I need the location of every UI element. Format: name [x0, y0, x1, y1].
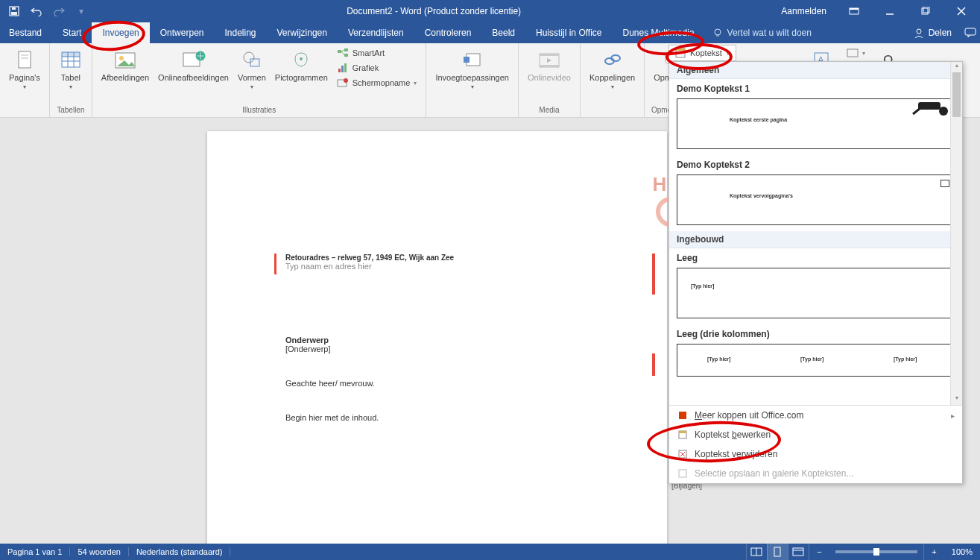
- tab-indeling[interactable]: Indeling: [214, 22, 266, 43]
- svg-rect-4: [850, 8, 859, 10]
- tell-me-search[interactable]: Vertel wat u wilt doen: [705, 22, 819, 43]
- invoegtoepassingen-button[interactable]: Invoegtoepassingen: [432, 46, 511, 92]
- share-label: Delen: [929, 28, 952, 38]
- smartart-label: SmartArt: [353, 48, 385, 57]
- gallery-item-demo2[interactable]: Koptekst vervolgpagina's: [677, 174, 955, 225]
- tab-start[interactable]: Start: [52, 22, 92, 43]
- svg-rect-37: [344, 63, 347, 72]
- maximize-icon[interactable]: [908, 0, 943, 22]
- svg-rect-65: [679, 470, 686, 477]
- body-start[interactable]: Begin hier met de inhoud.: [285, 413, 637, 422]
- tab-controleren[interactable]: Controleren: [414, 22, 482, 43]
- tab-invoegen[interactable]: Invoegen: [92, 22, 149, 43]
- smartart-icon: [337, 47, 349, 59]
- save-selection-label: Selectie opslaan in galerie Kopteksten..…: [695, 468, 853, 479]
- language-indicator[interactable]: Nederlands (standaard): [129, 547, 231, 556]
- return-address: Retouradres – relweg 57, 1949 EC, Wijk a…: [285, 254, 637, 262]
- tab-bestand[interactable]: Bestand: [0, 22, 52, 43]
- zoom-in-button[interactable]: +: [923, 544, 944, 560]
- undo-icon[interactable]: [27, 1, 46, 21]
- vormen-button[interactable]: Vormen: [235, 46, 269, 92]
- group-koppelingen: Koppelingen: [581, 43, 645, 117]
- gallery-item-leeg[interactable]: [Typ hier]: [677, 268, 955, 318]
- read-mode-icon[interactable]: [746, 544, 767, 560]
- person-icon: [914, 28, 924, 38]
- remove-header-label: Koptekst verwijderen: [695, 449, 777, 459]
- zoom-out-button[interactable]: −: [809, 544, 829, 560]
- svg-line-33: [341, 50, 344, 51]
- svg-line-34: [341, 51, 344, 55]
- zoom-thumb[interactable]: [873, 548, 879, 556]
- more-headers-link[interactable]: Meer koppen uit Office.com ▸: [669, 406, 962, 425]
- page-indicator[interactable]: Pagina 1 van 1: [0, 547, 70, 556]
- koppelingen-button[interactable]: Koppelingen: [587, 46, 638, 92]
- video-icon: [537, 48, 561, 72]
- onlinevideo-button: Onlinevideo: [525, 46, 574, 84]
- invoegtoepassingen-label: Invoegtoepassingen: [435, 73, 508, 82]
- scrollbar-thumb[interactable]: [952, 72, 961, 117]
- qat-customize-icon[interactable]: ▾: [72, 1, 91, 21]
- pictogrammen-label: Pictogrammen: [275, 73, 328, 82]
- smartart-button[interactable]: SmartArt: [334, 46, 420, 60]
- close-icon[interactable]: [944, 0, 979, 22]
- svg-rect-43: [540, 54, 559, 56]
- quick-access-toolbar: ▾: [0, 1, 95, 21]
- paginas-label: Pagina's: [9, 73, 40, 82]
- onlineafbeeldingen-button[interactable]: Onlineafbeeldingen: [155, 46, 232, 84]
- pictogrammen-button[interactable]: Pictogrammen: [272, 46, 331, 84]
- zoom-level[interactable]: 100%: [944, 547, 980, 556]
- gallery-item-demo1[interactable]: Koptekst eerste pagina: [677, 98, 955, 149]
- svg-rect-2: [12, 7, 16, 10]
- onderwerp-value[interactable]: [Onderwerp]: [285, 345, 637, 353]
- illustraties-group-label: Illustraties: [98, 104, 420, 117]
- tab-verwijzingen[interactable]: Verwijzingen: [267, 22, 338, 43]
- koptekst-dropdown-button[interactable]: Koptekst ▾: [668, 45, 736, 61]
- svg-point-57: [939, 107, 948, 116]
- ribbon-display-icon[interactable]: [837, 0, 871, 22]
- gallery-scrollbar[interactable]: ▴ ▾: [950, 62, 962, 405]
- tab-verzendlijsten[interactable]: Verzendlijsten: [338, 22, 414, 43]
- afbeeldingen-button[interactable]: Afbeeldingen: [98, 46, 152, 84]
- remove-header-button[interactable]: Koptekst verwijderen: [669, 444, 962, 464]
- statusbar: Pagina 1 van 1 54 woorden Nederlands (st…: [0, 544, 980, 560]
- screenshot-icon: [337, 77, 349, 89]
- signin-link[interactable]: Aanmelden: [772, 6, 835, 16]
- online-picture-icon: [182, 48, 206, 72]
- wordart-button[interactable]: ▾: [844, 46, 868, 60]
- svg-rect-1: [11, 12, 17, 15]
- gallery-item-leeg3[interactable]: [Typ hier] [Typ hier] [Typ hier]: [677, 344, 955, 377]
- share-button[interactable]: Delen: [905, 22, 961, 43]
- tab-beeld[interactable]: Beeld: [481, 22, 525, 43]
- svg-rect-7: [923, 7, 929, 13]
- web-layout-icon[interactable]: [788, 544, 809, 560]
- edit-header-button[interactable]: Koptekst bewerken: [669, 425, 962, 444]
- tab-dunes[interactable]: Dunes Multimedia: [613, 22, 705, 43]
- paginas-button[interactable]: Pagina's: [6, 46, 43, 92]
- group-media: Onlinevideo Media: [519, 43, 581, 117]
- tab-ontwerpen[interactable]: Ontwerpen: [150, 22, 215, 43]
- link-icon: [601, 48, 625, 72]
- tabel-button[interactable]: Tabel: [56, 46, 86, 92]
- print-layout-icon[interactable]: [767, 544, 788, 560]
- redbar-side-1: [652, 254, 655, 295]
- redo-icon[interactable]: [49, 1, 69, 21]
- titlebar: ▾ Document2 - Word (Product zonder licen…: [0, 0, 980, 22]
- lightbulb-icon: [712, 28, 723, 38]
- schermopname-button[interactable]: Schermopname ▾: [334, 76, 420, 89]
- grafiek-button[interactable]: Grafiek: [334, 61, 420, 75]
- group-paginas: Pagina's: [0, 43, 50, 117]
- address-placeholder[interactable]: Typ naam en adres hier: [285, 262, 637, 271]
- office-icon: [677, 409, 689, 421]
- chevron-right-icon: ▸: [951, 412, 955, 420]
- word-count[interactable]: 54 woorden: [70, 547, 129, 556]
- redbar-1: [274, 254, 276, 274]
- aanhef[interactable]: Geachte heer/ mevrouw.: [285, 379, 637, 388]
- save-icon[interactable]: [4, 1, 24, 21]
- comments-icon[interactable]: [961, 22, 980, 43]
- picture-icon: [113, 48, 137, 72]
- tab-huisstijl[interactable]: Huisstijl in Office: [525, 22, 612, 43]
- vormen-label: Vormen: [238, 73, 266, 82]
- minimize-icon[interactable]: [873, 0, 907, 22]
- zoom-slider[interactable]: [835, 550, 917, 553]
- page[interactable]: HU Retouradres – relweg 57, 1949 EC, Wij…: [207, 131, 667, 544]
